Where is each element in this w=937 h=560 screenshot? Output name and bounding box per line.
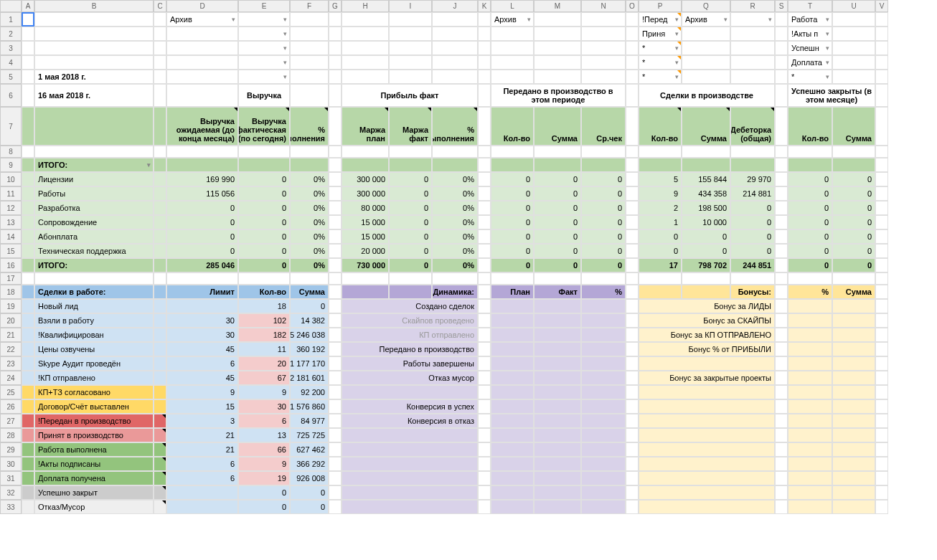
- cell[interactable]: [875, 399, 888, 414]
- cell[interactable]: 0: [534, 258, 581, 272]
- cell[interactable]: [730, 158, 775, 172]
- cell[interactable]: [775, 215, 788, 229]
- cell[interactable]: [329, 500, 342, 514]
- cell[interactable]: 0: [788, 172, 832, 186]
- cell[interactable]: [389, 41, 432, 55]
- row-header[interactable]: 11: [0, 186, 22, 201]
- cell[interactable]: [166, 485, 238, 500]
- cell[interactable]: [534, 146, 581, 158]
- cell[interactable]: [154, 328, 166, 342]
- cell[interactable]: [329, 27, 342, 41]
- cell[interactable]: [775, 471, 788, 485]
- cell[interactable]: 20 000: [342, 244, 389, 258]
- cell[interactable]: [22, 70, 34, 84]
- cell[interactable]: [329, 107, 342, 146]
- cell[interactable]: [730, 41, 775, 55]
- cell[interactable]: Выручка фактическая (по сегодня): [238, 107, 290, 146]
- cell[interactable]: Факт: [534, 285, 581, 299]
- cell[interactable]: 66: [238, 442, 290, 457]
- cell[interactable]: [34, 27, 154, 41]
- cell[interactable]: [788, 313, 832, 328]
- cell[interactable]: Доплата: [788, 55, 832, 70]
- cell[interactable]: [22, 385, 34, 399]
- cell[interactable]: [290, 12, 329, 27]
- cell[interactable]: [154, 146, 166, 158]
- cell[interactable]: [775, 107, 788, 146]
- cell[interactable]: 0: [788, 244, 832, 258]
- cell[interactable]: [34, 272, 154, 285]
- cell[interactable]: [329, 328, 342, 342]
- cell[interactable]: [626, 471, 639, 485]
- cell[interactable]: 0: [491, 172, 534, 186]
- cell[interactable]: [875, 158, 888, 172]
- cell[interactable]: 0: [238, 215, 290, 229]
- cell[interactable]: 0: [491, 201, 534, 215]
- cell[interactable]: 0: [238, 201, 290, 215]
- cell[interactable]: [329, 70, 342, 84]
- cell[interactable]: [639, 146, 682, 158]
- cell[interactable]: [34, 41, 154, 55]
- row-header[interactable]: 5: [0, 70, 22, 84]
- cell[interactable]: [788, 471, 832, 485]
- cell[interactable]: [534, 485, 581, 500]
- cell[interactable]: [875, 229, 888, 244]
- cell[interactable]: 0: [832, 244, 875, 258]
- cell[interactable]: 0: [581, 244, 626, 258]
- cell[interactable]: [478, 107, 491, 146]
- cell[interactable]: 15: [166, 399, 238, 414]
- cell[interactable]: [581, 299, 626, 313]
- cell[interactable]: 12 181 601: [290, 371, 329, 385]
- cell[interactable]: [166, 146, 238, 158]
- cell[interactable]: [432, 12, 478, 27]
- cell[interactable]: 0%: [290, 244, 329, 258]
- cell[interactable]: [534, 428, 581, 442]
- cell[interactable]: !Квалифицирован: [34, 328, 154, 342]
- cell[interactable]: 0: [166, 215, 238, 229]
- cell[interactable]: [639, 471, 775, 485]
- cell[interactable]: [788, 342, 832, 356]
- cell[interactable]: [775, 244, 788, 258]
- cell[interactable]: [478, 371, 491, 385]
- cell[interactable]: 0: [682, 244, 730, 258]
- row-header[interactable]: 18: [0, 285, 22, 299]
- cell[interactable]: 0: [491, 258, 534, 272]
- cell[interactable]: [832, 299, 875, 313]
- cell[interactable]: [154, 244, 166, 258]
- cell[interactable]: 1: [639, 215, 682, 229]
- cell[interactable]: Цены озвучены: [34, 342, 154, 356]
- cell[interactable]: [342, 428, 478, 442]
- cell[interactable]: [775, 328, 788, 342]
- row-header[interactable]: 15: [0, 244, 22, 258]
- cell[interactable]: Скайпов проведено: [342, 313, 478, 328]
- cell[interactable]: [478, 328, 491, 342]
- cell[interactable]: [875, 313, 888, 328]
- cell[interactable]: [875, 201, 888, 215]
- cell[interactable]: [534, 414, 581, 428]
- cell[interactable]: [34, 55, 154, 70]
- cell[interactable]: [626, 258, 639, 272]
- cell[interactable]: [22, 84, 34, 107]
- cell[interactable]: [154, 55, 166, 70]
- cell[interactable]: 0: [238, 229, 290, 244]
- cell[interactable]: [22, 442, 34, 457]
- cell[interactable]: [478, 356, 491, 371]
- row-header[interactable]: 20: [0, 313, 22, 328]
- cell[interactable]: [491, 500, 534, 514]
- cell[interactable]: [290, 70, 329, 84]
- cell[interactable]: [832, 399, 875, 414]
- cell[interactable]: [478, 342, 491, 356]
- cell[interactable]: % выполнения: [432, 107, 478, 146]
- cell[interactable]: [290, 158, 329, 172]
- cell[interactable]: 0%: [432, 215, 478, 229]
- cell[interactable]: *: [639, 55, 682, 70]
- cell[interactable]: [290, 146, 329, 158]
- cell[interactable]: [875, 414, 888, 428]
- cell[interactable]: [154, 485, 166, 500]
- cell[interactable]: [626, 244, 639, 258]
- cell[interactable]: Работы: [34, 186, 154, 201]
- cell[interactable]: Техническая поддержка: [34, 244, 154, 258]
- cell[interactable]: 14 382: [290, 313, 329, 328]
- cell[interactable]: [875, 84, 888, 107]
- cell[interactable]: [581, 399, 626, 414]
- row-header[interactable]: 1: [0, 12, 22, 27]
